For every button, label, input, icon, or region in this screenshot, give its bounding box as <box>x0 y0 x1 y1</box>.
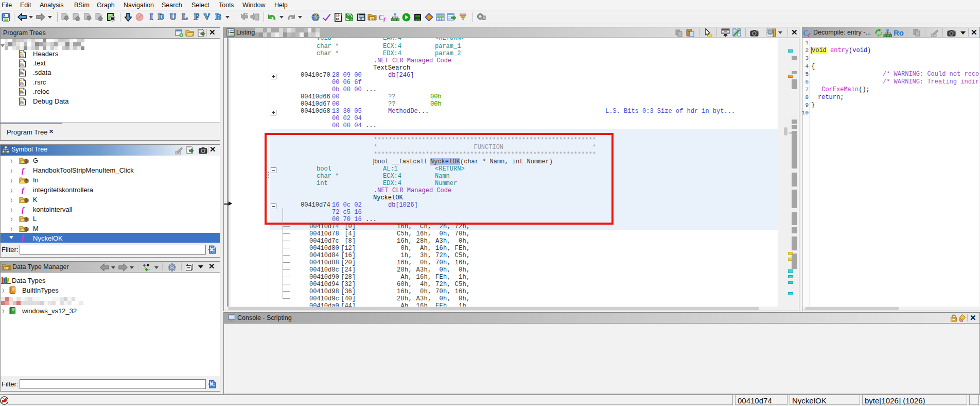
svg-text:f: f <box>383 16 386 22</box>
svg-text:f: f <box>22 167 25 175</box>
svg-text:DT: DT <box>4 266 9 270</box>
svg-text:F: F <box>194 12 199 22</box>
svg-text:01: 01 <box>336 18 340 21</box>
svg-text:f: f <box>22 187 25 194</box>
svg-text:L: L <box>182 12 187 22</box>
svg-text:10: 10 <box>336 14 340 18</box>
svg-text:V: V <box>204 12 211 22</box>
svg-text:DT: DT <box>370 16 374 20</box>
svg-text:f: f <box>808 31 811 37</box>
svg-text:I: I <box>150 12 153 22</box>
svg-text:D: D <box>158 12 164 22</box>
svg-text:f: f <box>22 206 25 214</box>
svg-text:B: B <box>215 12 221 22</box>
svg-text:f: f <box>22 234 25 242</box>
svg-text:U: U <box>170 12 176 22</box>
